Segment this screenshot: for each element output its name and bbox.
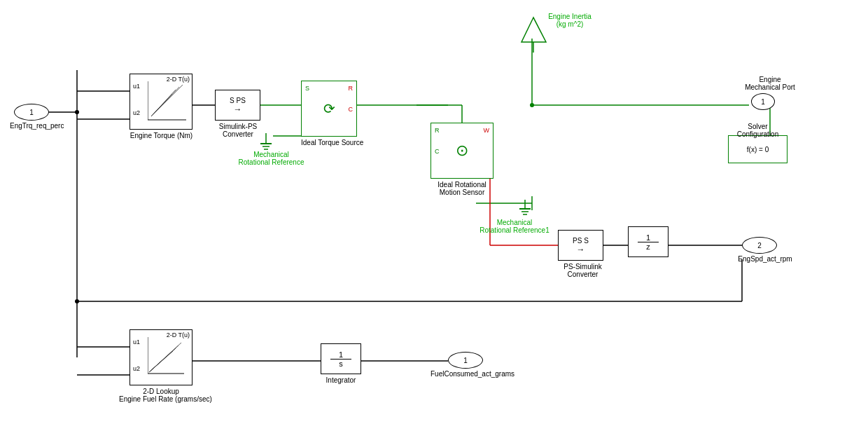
- fuel-rate-u1: u1: [133, 338, 140, 345]
- simulink-diagram: 1 EngTrq_req_perc 2-D T(u) u1 u2 Engine …: [0, 0, 868, 438]
- torque-S: S: [305, 85, 309, 92]
- fuel-rate-label: 2-D LookupEngine Fuel Rate (grams/sec): [119, 388, 203, 403]
- ps-simulink-arrow: →: [577, 245, 585, 254]
- mech-rot-ref-label: MechanicalRotational Reference: [231, 151, 312, 166]
- svg-point-50: [530, 103, 534, 107]
- engine-torque-u2: u2: [133, 109, 140, 116]
- motion-R: R: [435, 127, 440, 134]
- fuel-rate-u2: u2: [133, 365, 140, 372]
- outport-fuel-label: FuelConsumed_act_grams: [430, 370, 504, 378]
- torque-C: C: [349, 106, 354, 113]
- integrator-label: Integrator: [321, 376, 361, 384]
- fuel-rate-chart: [148, 337, 186, 379]
- svg-line-30: [151, 94, 172, 116]
- ideal-torque-source-block: R C S ⟳: [301, 81, 357, 137]
- outport-engspd-num: 2: [757, 242, 762, 249]
- engine-torque-label: Engine Torque (Nm): [125, 132, 198, 139]
- ideal-torque-source-label: Ideal Torque Source: [301, 139, 357, 146]
- torque-R: R: [349, 85, 354, 92]
- engine-mech-port-label: EngineMechanical Port: [738, 76, 802, 91]
- simulink-ps-arrow: →: [234, 104, 242, 114]
- mech-rot-ref-svg: [259, 130, 294, 151]
- ps-simulink-label: PS S: [573, 237, 589, 245]
- outport-fuel-num: 1: [463, 357, 468, 364]
- fuel-rate-block: 2-D T(u) u1 u2: [130, 329, 192, 385]
- outport-engspd-label: EngSpd_act_rpm: [734, 255, 797, 263]
- mech-rot-ref1-svg: [518, 196, 553, 221]
- integrator-denominator: s: [339, 360, 343, 368]
- inport-engtrq: 1: [14, 104, 49, 121]
- engine-mech-port-outport: 1: [751, 93, 775, 110]
- motion-C: C: [435, 148, 440, 155]
- svg-line-46: [149, 351, 173, 372]
- unit-delay-numerator: 1: [638, 233, 659, 242]
- unit-delay-block: 1 z: [628, 226, 668, 257]
- svg-point-49: [75, 110, 79, 114]
- unit-delay-denominator: z: [646, 242, 650, 251]
- inport-engtrq-label: EngTrq_req_perc: [10, 122, 64, 130]
- solver-config-label: SolverConfiguration: [728, 123, 788, 138]
- svg-point-51: [75, 299, 79, 303]
- simulink-ps-label: S PS: [230, 97, 246, 104]
- ideal-rot-motion-block: R C W ⊙: [430, 123, 493, 179]
- ps-simulink-block: PS S →: [558, 230, 603, 261]
- solver-config-block: f(x) = 0: [728, 135, 788, 163]
- motion-symbol: ⊙: [456, 142, 468, 160]
- simulink-ps-block: S PS →: [215, 90, 260, 121]
- integrator-block: 1 s: [321, 343, 361, 374]
- torque-symbol: ⟳: [323, 100, 335, 117]
- ideal-rot-motion-label: Ideal RotationalMotion Sensor: [427, 181, 497, 196]
- motion-out: W: [484, 127, 490, 134]
- engine-torque-u1: u1: [133, 83, 140, 90]
- mech-rot-ref-symbol: [259, 130, 294, 152]
- engine-inertia-label: Engine Inertia(kg m^2): [535, 13, 605, 28]
- mech-rot-ref1-label: MechanicalRotational Reference1: [476, 219, 553, 234]
- ps-simulink-sublabel: PS-SimulinkConverter: [553, 263, 612, 278]
- outport-fuel: 1: [448, 352, 483, 369]
- engine-torque-chart: [148, 81, 186, 123]
- engine-mech-port-num: 1: [761, 98, 765, 106]
- engine-torque-block: 2-D T(u) u1 u2: [130, 74, 192, 130]
- outport-engspd: 2: [742, 237, 777, 254]
- integrator-numerator: 1: [330, 350, 351, 360]
- solver-config-text: f(x) = 0: [747, 146, 769, 153]
